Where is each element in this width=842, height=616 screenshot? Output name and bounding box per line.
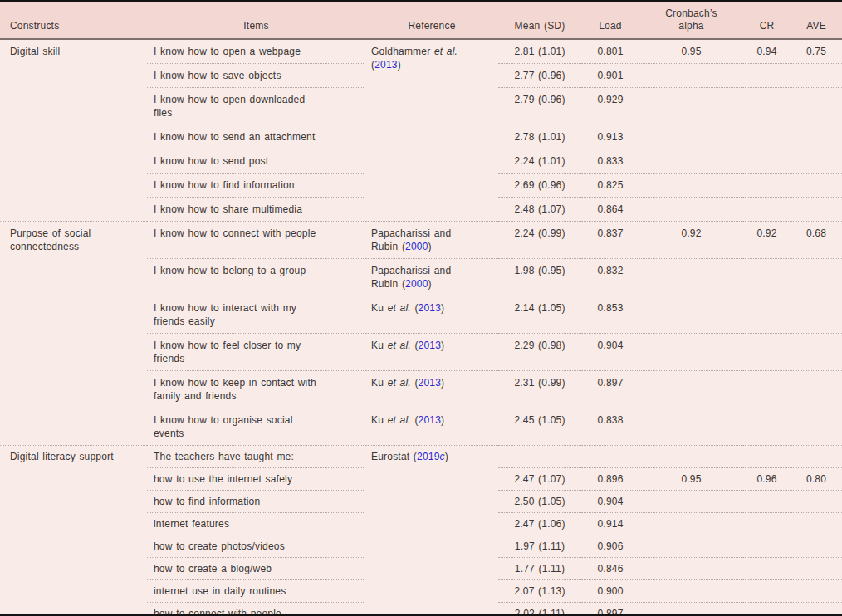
citation-link[interactable]: 2013: [419, 414, 442, 426]
ave-cell: [791, 88, 842, 125]
ave-cell: [791, 535, 842, 558]
cr-cell: [743, 603, 791, 616]
ave-cell: [791, 125, 842, 149]
construct-cell: Purpose of social connectedness: [0, 222, 147, 446]
alpha-cell: [639, 371, 743, 408]
load-cell: 0.846: [581, 558, 639, 580]
table-body: Digital skillI know how to open a webpag…: [0, 39, 842, 616]
reference-cell: Ku et al. (2013): [365, 296, 498, 334]
citation-link[interactable]: c: [440, 451, 445, 462]
cr-cell: [743, 535, 791, 558]
reference-cell: Ku et al. (2013): [365, 371, 498, 408]
ave-cell: [791, 149, 842, 174]
citation-link[interactable]: 2000: [405, 241, 428, 252]
et-al-italic: et al.: [388, 340, 411, 351]
measurement-table-panel: ConstructsItemsReferenceMean (SD)LoadCro…: [0, 0, 842, 616]
ave-cell: 0.68: [791, 222, 842, 259]
alpha-cell: [639, 88, 743, 125]
citation-link[interactable]: 2000: [405, 278, 428, 290]
load-cell: 0.904: [581, 491, 639, 513]
load-cell: 0.833: [581, 149, 639, 174]
cr-cell: [743, 198, 791, 222]
load-cell: 0.929: [581, 88, 639, 125]
reference-cell: Ku et al. (2013): [365, 334, 498, 371]
alpha-cell: [639, 64, 743, 88]
mean-cell: 2.47 (1.06): [498, 513, 581, 535]
load-cell: 0.801: [581, 39, 639, 64]
mean-cell: 2.48 (1.07): [498, 198, 581, 222]
ave-cell: [791, 513, 842, 535]
item-cell: I know how to organise social events: [147, 408, 365, 446]
construct-cell: Digital literacy support: [0, 446, 147, 616]
mean-cell: 2.31 (0.99): [498, 371, 581, 408]
cr-cell: [743, 513, 791, 535]
alpha-cell: [639, 334, 743, 371]
load-cell: 0.832: [581, 259, 639, 296]
item-cell: how to find information: [147, 491, 365, 513]
item-cell: I know how to save objects: [147, 64, 365, 88]
alpha-cell: 0.95: [639, 468, 743, 491]
citation-link[interactable]: 2019: [417, 451, 440, 462]
item-cell: I know how to open downloaded files: [147, 88, 365, 125]
cr-cell: [743, 149, 791, 174]
alpha-cell: [639, 408, 743, 446]
mean-cell: 2.77 (0.96): [498, 64, 581, 88]
construct-cell: Digital skill: [0, 39, 147, 222]
table-row: Purpose of social connectednessI know ho…: [0, 222, 842, 259]
column-header-load: Load: [581, 2, 639, 39]
cr-cell: [743, 64, 791, 88]
alpha-cell: [639, 125, 743, 149]
citation-link[interactable]: 2013: [419, 340, 442, 351]
alpha-cell: [639, 259, 743, 296]
load-cell: 0.837: [581, 222, 639, 259]
item-cell: I know how to send post: [147, 149, 365, 174]
mean-cell: 2.79 (0.96): [498, 88, 581, 125]
mean-cell: 2.69 (0.96): [498, 174, 581, 198]
ave-cell: 0.75: [791, 39, 842, 64]
header-row: ConstructsItemsReferenceMean (SD)LoadCro…: [0, 2, 842, 39]
alpha-cell: [639, 446, 743, 468]
mean-cell: 2.07 (1.13): [498, 580, 581, 603]
table-row: Digital literacy supportThe teachers hav…: [0, 446, 842, 468]
ave-cell: [791, 491, 842, 513]
citation-link[interactable]: 2013: [374, 59, 398, 71]
citation-link[interactable]: 2013: [419, 377, 442, 389]
cr-cell: [743, 580, 791, 603]
column-header-cr: CR: [743, 2, 791, 39]
et-al-italic: et al.: [388, 414, 411, 426]
item-cell: I know how to keep in contact with famil…: [147, 371, 365, 408]
measurement-table: ConstructsItemsReferenceMean (SD)LoadCro…: [0, 2, 842, 616]
item-cell: I know how to feel closer to my friends: [147, 334, 365, 371]
reference-cell: Goldhammer et al. (2013): [365, 39, 498, 222]
load-cell: 0.864: [581, 198, 639, 222]
item-cell: how to connect with people: [147, 603, 365, 616]
item-cell: I know how to send an attachment: [147, 125, 365, 149]
ave-cell: [791, 446, 842, 468]
cr-cell: 0.96: [743, 468, 791, 491]
mean-cell: 2.78 (1.01): [498, 125, 581, 149]
mean-cell: 1.77 (1.11): [498, 558, 581, 580]
column-header-mean: Mean (SD): [498, 2, 581, 39]
mean-cell: 2.45 (1.05): [498, 408, 581, 446]
citation-link[interactable]: 2013: [419, 302, 442, 314]
reference-cell: Ku et al. (2013): [365, 408, 498, 446]
ave-cell: 0.80: [791, 468, 842, 491]
alpha-cell: [639, 491, 743, 513]
load-cell: 0.913: [581, 125, 639, 149]
cr-cell: 0.92: [743, 222, 791, 259]
load-cell: 0.853: [581, 296, 639, 334]
load-cell: 0.901: [581, 64, 639, 88]
ave-cell: [791, 603, 842, 616]
mean-cell: 2.29 (0.98): [498, 334, 581, 371]
alpha-cell: [639, 580, 743, 603]
mean-cell: 2.24 (1.01): [498, 149, 581, 174]
ave-cell: [791, 558, 842, 580]
mean-cell: 2.02 (1.11): [498, 603, 581, 616]
item-cell: I know how to belong to a group: [147, 259, 365, 296]
load-cell: 0.904: [581, 334, 639, 371]
mean-cell: 1.97 (1.11): [498, 535, 581, 558]
column-header-ave: AVE: [791, 2, 842, 39]
item-cell: how to use the internet safely: [147, 468, 365, 491]
alpha-cell: [639, 174, 743, 198]
alpha-cell: [639, 603, 743, 616]
